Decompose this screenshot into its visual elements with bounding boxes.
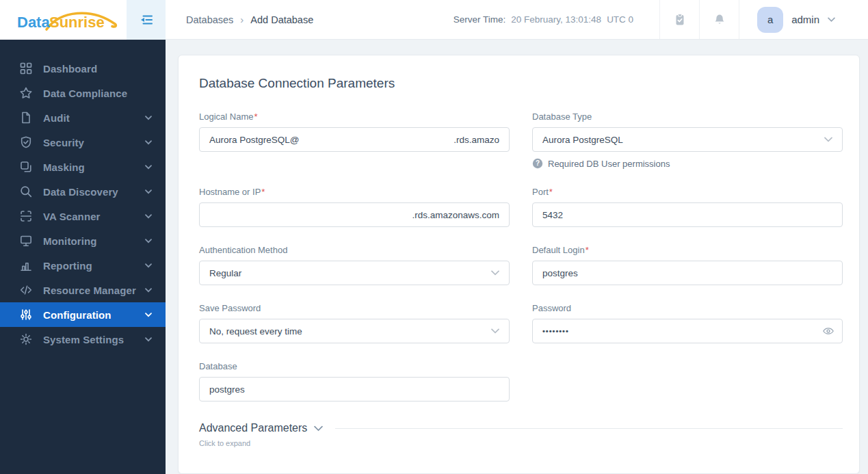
- connection-parameters-card: Database Connection Parameters Logical N…: [178, 55, 860, 474]
- auth-method-select[interactable]: Regular: [199, 261, 510, 285]
- database-type-value: Aurora PostgreSQL: [542, 135, 623, 145]
- sidebar-item-system-settings[interactable]: System Settings: [0, 327, 166, 352]
- port-input[interactable]: [532, 202, 843, 227]
- sidebar-item-label: Data Discovery: [43, 186, 145, 198]
- db-permissions-link[interactable]: ? Required DB User permissions: [532, 158, 843, 169]
- sidebar-item-label: Configuration: [43, 309, 145, 321]
- app-window: Data Sunrise Dashboard: [0, 0, 868, 474]
- default-login-input[interactable]: [532, 261, 843, 285]
- logical-name-input[interactable]: Aurora PostgreSQL@ .rds.amazo: [199, 127, 510, 152]
- logical-name-value-left: Aurora PostgreSQL@: [209, 135, 300, 145]
- save-password-select[interactable]: No, request every time: [199, 319, 510, 343]
- sidebar-item-label: Audit: [43, 112, 145, 124]
- field-password: Password: [532, 303, 843, 343]
- star-icon: [19, 86, 33, 100]
- chevron-down-icon: [145, 189, 152, 194]
- field-default-login: Default Login*: [532, 245, 843, 285]
- hostname-input[interactable]: [199, 202, 510, 227]
- sidebar-item-configuration[interactable]: Configuration: [0, 302, 166, 327]
- field-port: Port*: [532, 187, 843, 227]
- auth-method-value: Regular: [209, 268, 241, 278]
- required-asterisk: *: [586, 245, 589, 255]
- required-asterisk: *: [261, 187, 265, 197]
- sidebar: Data Sunrise Dashboard: [0, 0, 166, 474]
- chevron-down-icon[interactable]: [314, 425, 323, 432]
- chevron-down-icon: [145, 239, 152, 243]
- default-login-label: Default Login*: [532, 245, 843, 255]
- password-input[interactable]: [532, 319, 843, 343]
- collapse-menu-icon: [139, 13, 154, 27]
- svg-text:Sunrise: Sunrise: [49, 14, 105, 31]
- chevron-down-icon: [145, 140, 152, 145]
- dashboard-icon: [19, 62, 33, 75]
- sidebar-item-label: Dashboard: [43, 63, 152, 75]
- code-icon: [19, 283, 33, 297]
- database-label: Database: [199, 361, 510, 371]
- chevron-down-icon: [491, 328, 499, 334]
- eye-icon: [822, 325, 834, 337]
- avatar: a: [757, 7, 783, 33]
- bar-chart-icon: [19, 259, 33, 272]
- logo-row: Data Sunrise: [0, 0, 166, 40]
- click-to-expand-hint[interactable]: Click to expand: [199, 439, 843, 447]
- datasunrise-logo[interactable]: Data Sunrise: [0, 0, 127, 40]
- sidebar-collapse-button[interactable]: [127, 0, 166, 40]
- logical-name-label: Logical Name*: [199, 111, 510, 122]
- advanced-parameters-section: Advanced Parameters: [199, 422, 843, 434]
- breadcrumb: Databases › Add Database: [166, 0, 313, 39]
- tasks-button[interactable]: [659, 0, 699, 39]
- chevron-down-icon: [824, 137, 832, 142]
- sidebar-item-data-compliance[interactable]: Data Compliance: [0, 81, 166, 105]
- page-title: Database Connection Parameters: [199, 76, 843, 91]
- shield-check-icon: [19, 135, 33, 149]
- sidebar-item-label: Monitoring: [43, 235, 145, 247]
- sidebar-item-label: Data Compliance: [43, 88, 152, 99]
- server-time: Server Time: 20 February, 13:01:48 UTC 0: [453, 0, 659, 39]
- notifications-button[interactable]: [699, 0, 739, 39]
- chevron-down-icon: [145, 313, 152, 317]
- chevron-down-icon: [145, 337, 152, 342]
- breadcrumb-parent[interactable]: Databases: [186, 14, 233, 25]
- hostname-label: Hostname or IP*: [199, 187, 510, 197]
- save-password-label: Save Password: [199, 303, 510, 313]
- advanced-parameters-toggle[interactable]: Advanced Parameters: [199, 422, 307, 434]
- sidebar-item-label: Reporting: [43, 260, 145, 272]
- sidebar-nav: Dashboard Data Compliance Audit Sec: [0, 40, 166, 474]
- sidebar-item-label: System Settings: [43, 334, 145, 345]
- sidebar-item-data-discovery[interactable]: Data Discovery: [0, 179, 166, 204]
- sidebar-item-reporting[interactable]: Reporting: [0, 253, 166, 278]
- field-logical-name: Logical Name* Aurora PostgreSQL@ .rds.am…: [199, 111, 510, 169]
- database-type-select[interactable]: Aurora PostgreSQL: [532, 127, 843, 152]
- sidebar-item-monitoring[interactable]: Monitoring: [0, 228, 166, 253]
- username: admin: [791, 14, 819, 25]
- connection-form: Logical Name* Aurora PostgreSQL@ .rds.am…: [199, 111, 843, 401]
- logical-name-value-right: .rds.amazo: [453, 135, 499, 145]
- database-input[interactable]: [199, 377, 510, 401]
- datasunrise-logo-icon: Data Sunrise: [15, 6, 119, 34]
- sliders-icon: [19, 308, 33, 321]
- sidebar-item-dashboard[interactable]: Dashboard: [0, 56, 166, 81]
- sidebar-item-masking[interactable]: Masking: [0, 155, 166, 179]
- sidebar-item-resource-manager[interactable]: Resource Manager: [0, 278, 166, 302]
- breadcrumb-separator: ›: [240, 14, 244, 25]
- svg-text:Data: Data: [17, 14, 50, 31]
- user-menu[interactable]: a admin: [739, 0, 868, 39]
- monitor-icon: [19, 234, 33, 248]
- auth-method-label: Authentication Method: [199, 245, 510, 255]
- sidebar-item-va-scanner[interactable]: VA Scanner: [0, 204, 166, 228]
- sidebar-item-security[interactable]: Security: [0, 130, 166, 155]
- sidebar-item-label: Resource Manager: [43, 285, 145, 296]
- database-type-label: Database Type: [532, 111, 843, 122]
- server-time-label: Server Time:: [453, 14, 506, 25]
- db-permissions-label: Required DB User permissions: [548, 159, 670, 169]
- clipboard-check-icon: [673, 13, 687, 27]
- divider: [335, 428, 843, 429]
- show-password-button[interactable]: [822, 325, 834, 337]
- field-database: Database: [199, 361, 510, 401]
- required-asterisk: *: [549, 187, 553, 197]
- sidebar-item-audit[interactable]: Audit: [0, 105, 166, 130]
- gear-icon: [19, 332, 33, 346]
- avatar-letter: a: [767, 14, 773, 25]
- question-icon: ?: [532, 158, 543, 169]
- field-database-type: Database Type Aurora PostgreSQL ? Requir…: [532, 111, 843, 169]
